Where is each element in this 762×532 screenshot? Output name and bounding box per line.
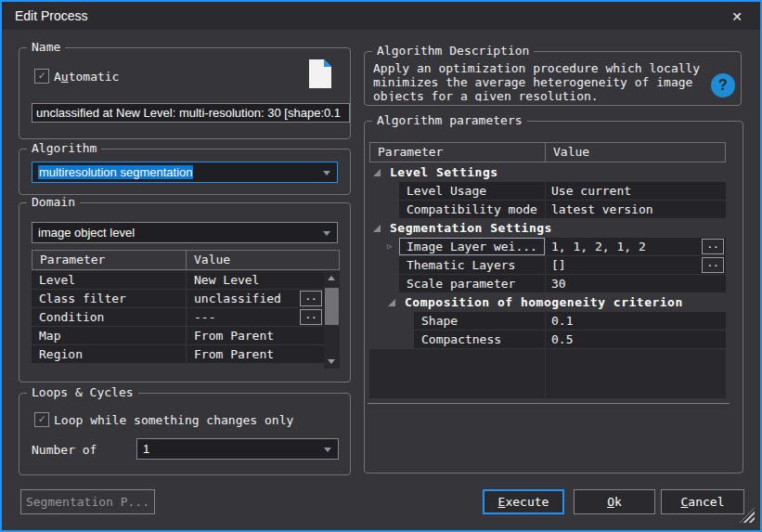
algorithm-group-label: Algorithm xyxy=(27,141,101,155)
parameter-cell: Map xyxy=(32,327,187,344)
dialog-title: Edit Process xyxy=(15,8,88,23)
value-cell: latest version xyxy=(551,201,653,218)
column-divider xyxy=(545,238,546,255)
domain-selected-value: image object level xyxy=(38,226,135,240)
algorithm-description-text: Apply an optimization procedure which lo… xyxy=(373,61,709,101)
expanded-triangle-icon[interactable] xyxy=(373,225,381,232)
loops-group: Loops & Cycles xyxy=(19,393,351,475)
value-cell: 0.1 xyxy=(551,312,573,330)
scrollbar-thumb[interactable] xyxy=(325,288,339,325)
segmentation-button[interactable]: Segmentation P... xyxy=(20,489,155,514)
column-divider xyxy=(545,182,546,200)
column-divider xyxy=(545,275,546,292)
table-row[interactable]: Class filterunclassified.. xyxy=(32,290,324,307)
table-row[interactable]: Condition---.. xyxy=(32,308,324,326)
cancel-button[interactable]: Cancel xyxy=(661,489,744,514)
expanded-triangle-icon[interactable] xyxy=(388,299,395,306)
column-divider xyxy=(545,256,546,274)
parameter-cell: Compatibility mode xyxy=(407,201,537,218)
loop-checkbox-label: Loop while something changes only xyxy=(54,413,293,427)
check-icon: ✓ xyxy=(38,412,45,425)
column-header-value[interactable]: Value xyxy=(186,250,340,270)
number-of-label: Number of xyxy=(32,443,97,457)
table-row[interactable]: Scale parameter30 xyxy=(369,275,726,292)
tree-group-row[interactable]: Composition of homogeneity criterion xyxy=(369,293,726,311)
ok-button[interactable]: Ok xyxy=(574,489,655,514)
name-group: Name xyxy=(19,47,351,139)
collapsed-triangle-icon[interactable]: ▷ xyxy=(387,238,392,255)
name-group-label: Name xyxy=(27,40,65,54)
number-of-select[interactable]: 1 xyxy=(136,438,339,460)
domain-table: Parameter Value LevelNew LevelClass filt… xyxy=(32,250,340,369)
table-row[interactable]: LevelNew Level xyxy=(32,271,324,289)
table-row[interactable]: Compatibility modelatest version xyxy=(369,201,726,218)
ellipsis-button[interactable]: .. xyxy=(300,309,322,325)
table-row[interactable]: MapFrom Parent xyxy=(32,327,324,344)
new-document-icon[interactable] xyxy=(308,58,332,89)
expanded-triangle-icon[interactable] xyxy=(373,169,381,176)
table-row[interactable]: RegionFrom Parent xyxy=(32,345,324,363)
parameter-cell: Level xyxy=(32,271,187,289)
domain-table-rows: LevelNew LevelClass filterunclassified..… xyxy=(32,271,340,363)
scroll-up-icon[interactable] xyxy=(324,271,340,285)
loop-checkbox[interactable]: ✓ xyxy=(34,412,49,427)
parameters-table-empty xyxy=(369,349,726,398)
chevron-down-icon[interactable] xyxy=(323,231,330,236)
value-cell: From Parent xyxy=(187,327,324,344)
execute-button[interactable]: Execute xyxy=(483,489,564,514)
chevron-down-icon[interactable] xyxy=(323,171,330,175)
tree-group-label: Level Settings xyxy=(390,163,498,181)
algorithm-select[interactable]: multiresolution segmentation xyxy=(32,162,338,183)
parameter-cell: Class filter xyxy=(32,290,187,307)
parameter-cell: Region xyxy=(32,345,187,363)
check-icon: ✓ xyxy=(38,69,45,82)
table-row[interactable]: ▷Image Layer wei...1, 1, 2, 1, 2.. xyxy=(369,238,726,255)
value-cell: [] xyxy=(551,256,566,274)
chevron-down-icon[interactable] xyxy=(324,448,331,452)
value-cell: Use current xyxy=(551,182,631,200)
table-row[interactable]: Level UsageUse current xyxy=(369,182,726,200)
domain-table-header: Parameter Value xyxy=(32,250,340,270)
number-of-value: 1 xyxy=(143,442,149,456)
domain-scrollbar[interactable] xyxy=(324,271,340,369)
value-cell: 1, 1, 2, 1, 2 xyxy=(551,238,646,255)
table-row[interactable]: Compactness0.5 xyxy=(369,331,726,348)
parameters-table: Parameter Value Level SettingsLevel Usag… xyxy=(369,142,726,398)
parameter-cell: Level Usage xyxy=(407,182,486,200)
parameter-cell: Scale parameter xyxy=(407,275,515,292)
column-header-value[interactable]: Value xyxy=(545,142,726,162)
parameter-cell: Condition xyxy=(32,308,187,326)
close-icon[interactable]: ✕ xyxy=(727,7,747,26)
tree-group-label: Composition of homogeneity criterion xyxy=(405,293,683,311)
table-row[interactable]: Thematic Layers[].. xyxy=(369,256,726,274)
column-divider xyxy=(545,312,546,330)
parameters-splitter[interactable] xyxy=(368,403,730,404)
automatic-checkbox-label: Automatic xyxy=(54,70,119,84)
edit-process-dialog: Edit Process ✕ Name ✓ Automatic unclassi… xyxy=(0,0,762,532)
ellipsis-button[interactable]: .. xyxy=(300,291,322,306)
description-group-label: Algorithm Description xyxy=(372,44,534,58)
parameters-table-rows: Level SettingsLevel UsageUse currentComp… xyxy=(369,163,726,348)
parameters-table-header: Parameter Value xyxy=(369,142,726,162)
tree-group-row[interactable]: Level Settings xyxy=(369,163,726,181)
parameter-cell: Compactness xyxy=(421,331,501,348)
domain-select[interactable]: image object level xyxy=(32,222,338,243)
domain-group-label: Domain xyxy=(27,195,80,209)
value-cell: From Parent xyxy=(187,345,324,363)
process-name-input[interactable]: unclassified at New Level: multi-resolut… xyxy=(32,103,350,123)
scroll-down-icon[interactable] xyxy=(324,355,340,369)
column-header-parameter[interactable]: Parameter xyxy=(32,250,187,270)
column-divider xyxy=(545,201,546,218)
help-icon[interactable]: ? xyxy=(711,73,735,97)
table-row[interactable]: Shape0.1 xyxy=(369,312,726,330)
tree-group-label: Segmentation Settings xyxy=(390,219,552,237)
column-header-parameter[interactable]: Parameter xyxy=(369,142,546,162)
tree-group-row[interactable]: Segmentation Settings xyxy=(369,219,726,237)
value-cell: 30 xyxy=(551,275,566,292)
ellipsis-button[interactable]: .. xyxy=(702,257,724,273)
titlebar[interactable]: Edit Process ✕ xyxy=(2,2,760,30)
automatic-checkbox[interactable]: ✓ xyxy=(34,69,49,84)
parameter-cell: Shape xyxy=(421,312,458,330)
ellipsis-button[interactable]: .. xyxy=(702,239,724,254)
parameters-group-label: Algorithm parameters xyxy=(372,113,527,127)
